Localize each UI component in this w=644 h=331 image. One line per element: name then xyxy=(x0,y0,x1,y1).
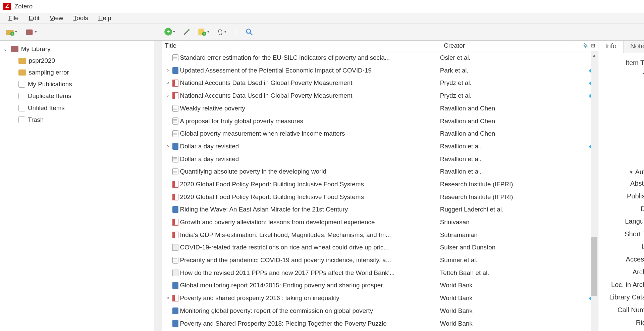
expand-toggle[interactable]: > xyxy=(162,81,171,85)
item-creator: Sumner et al. xyxy=(439,256,584,264)
new-item-button[interactable]: + ▾ xyxy=(164,28,175,36)
tree-item[interactable]: Unfiled Items xyxy=(0,102,162,114)
chevron-down-icon[interactable]: ▾ xyxy=(630,169,633,175)
new-note-button[interactable]: + ▾ xyxy=(198,28,209,36)
expand-toggle[interactable]: > xyxy=(162,144,171,149)
item-creator: Sulser and Dunston xyxy=(439,244,584,251)
item-title: A proposal for truly global poverty meas… xyxy=(180,117,439,125)
item-title: Global poverty measurement when relative… xyxy=(180,130,439,137)
list-item[interactable]: Global poverty measurement when relative… xyxy=(162,127,598,140)
list-item[interactable]: How do the revised 2011 PPPs and new 201… xyxy=(162,267,598,279)
item-type-icon xyxy=(171,206,180,213)
item-title: Quantifying absolute poverty in the deve… xyxy=(180,168,439,175)
list-item[interactable]: > Dollar a day revisited Ravallion et al… xyxy=(162,140,598,153)
item-type-icon xyxy=(171,308,180,314)
menu-help[interactable]: Help xyxy=(94,13,115,22)
library-tree: ⌄ My Library pspr2020sampling errorMy Pu… xyxy=(0,41,162,331)
menu-edit[interactable]: Edit xyxy=(24,13,44,22)
tree-scrollbar[interactable] xyxy=(154,41,162,331)
list-item[interactable]: Dollar a day revisited Ravallion et al. xyxy=(162,153,598,166)
item-list[interactable]: Standard error estimation for the EU-SIL… xyxy=(162,51,598,331)
item-list-scrollbar[interactable]: ▴ ▾ xyxy=(591,51,598,331)
tree-item[interactable]: pspr2020 xyxy=(0,55,162,66)
list-item[interactable]: Quantifying absolute poverty in the deve… xyxy=(162,165,598,178)
list-item[interactable]: > National Accounts Data Used in Global … xyxy=(162,77,598,90)
list-item[interactable]: 2020 Global Food Policy Report: Building… xyxy=(162,191,598,203)
menu-tools[interactable]: Tools xyxy=(69,13,92,22)
sort-asc-icon: ˆ xyxy=(573,43,575,48)
column-creator[interactable]: Creator ˆ xyxy=(441,42,577,49)
list-item[interactable]: Weakly relative poverty Ravallion and Ch… xyxy=(162,102,598,115)
item-type-icon xyxy=(171,295,180,301)
folder-plus-icon: + xyxy=(6,28,14,36)
item-title: Riding the Wave: An East Asian Miracle f… xyxy=(180,206,439,213)
tree-item[interactable]: Duplicate Items xyxy=(0,90,162,102)
item-title: Monitoring global poverty: report of the… xyxy=(180,307,439,315)
item-title: 2020 Global Food Policy Report: Building… xyxy=(180,193,439,201)
list-item[interactable]: Global monitoring report 2014/2015: Endi… xyxy=(162,279,598,292)
item-title: Growth and poverty alleviation: lessons … xyxy=(180,219,439,226)
wand-icon xyxy=(183,28,191,36)
chevron-down-icon: ▾ xyxy=(173,30,175,34)
svg-point-11 xyxy=(246,29,251,33)
advanced-search-button[interactable] xyxy=(246,28,253,36)
menu-file[interactable]: File xyxy=(4,13,23,22)
list-item[interactable]: 2020 Global Food Policy Report: Building… xyxy=(162,178,598,191)
expand-toggle[interactable]: > xyxy=(162,93,171,98)
item-creator: Prydz et al. xyxy=(439,92,584,99)
tree-root[interactable]: ⌄ My Library xyxy=(0,43,162,55)
list-item[interactable]: India's GDP Mis-estimation: Likelihood, … xyxy=(162,229,598,241)
list-item[interactable]: Standard error estimation for the EU-SIL… xyxy=(162,51,598,64)
svg-text:+: + xyxy=(11,32,13,36)
tree-item[interactable]: sampling error xyxy=(0,66,162,78)
tree-item[interactable]: My Publications xyxy=(0,79,162,90)
list-item[interactable]: > Global Economic Prospects, January 201… xyxy=(162,330,598,331)
item-creator: Ravallion et al. xyxy=(439,143,584,150)
list-item[interactable]: > Poverty and shared prosperity 2016 : t… xyxy=(162,292,598,304)
tree-item[interactable]: Trash xyxy=(0,114,162,126)
list-item[interactable]: > National Accounts Data Used in Global … xyxy=(162,89,598,102)
gray-icon xyxy=(18,105,25,111)
new-library-button[interactable]: ▾ xyxy=(25,28,37,36)
tab-info[interactable]: Info xyxy=(598,41,624,53)
list-item[interactable]: COVID-19-related trade restrictions on r… xyxy=(162,241,598,254)
item-title: Global monitoring report 2014/2015: Endi… xyxy=(180,282,439,289)
list-item[interactable]: Riding the Wave: An East Asian Miracle f… xyxy=(162,203,598,216)
main-content: ⌄ My Library pspr2020sampling errorMy Pu… xyxy=(0,41,644,331)
item-type-icon xyxy=(171,168,180,175)
attach-button[interactable]: ▾ xyxy=(217,28,226,36)
item-title: Standard error estimation for the EU-SIL… xyxy=(180,54,439,61)
menu-view[interactable]: View xyxy=(46,13,68,22)
author-label[interactable]: Author xyxy=(635,168,644,176)
item-creator: Ravallion and Chen xyxy=(439,117,584,125)
column-extras[interactable]: 📎 ⊞ xyxy=(577,43,598,49)
expand-icon[interactable]: ⌄ xyxy=(3,46,8,52)
item-creator: Ravallion and Chen xyxy=(439,130,584,137)
column-title[interactable]: Title xyxy=(162,42,441,49)
magic-wand-button[interactable] xyxy=(183,28,191,36)
tab-notes[interactable]: Notes xyxy=(624,41,644,53)
scroll-thumb[interactable] xyxy=(591,237,597,296)
item-type-icon xyxy=(171,270,180,276)
item-creator: Srinivasan xyxy=(439,219,584,226)
list-item[interactable]: A proposal for truly global poverty meas… xyxy=(162,115,598,128)
list-item[interactable]: Poverty and Shared Prosperity 2018: Piec… xyxy=(162,317,598,330)
item-type-icon xyxy=(171,143,180,150)
library-icon xyxy=(11,46,19,52)
item-title: Weakly relative poverty xyxy=(180,105,439,112)
field-label: Call Number xyxy=(604,306,644,314)
list-item[interactable]: Growth and poverty alleviation: lessons … xyxy=(162,216,598,229)
scroll-up-icon[interactable]: ▴ xyxy=(591,51,598,59)
list-item[interactable]: Precarity and the pandemic: COVID-19 and… xyxy=(162,254,598,267)
list-item[interactable]: > Updated Assessment of the Potential Ec… xyxy=(162,64,598,77)
item-type-icon xyxy=(171,194,180,200)
list-item[interactable]: Monitoring global poverty: report of the… xyxy=(162,304,598,317)
field-label: Language xyxy=(604,218,644,225)
item-title: COVID-19-related trade restrictions on r… xyxy=(180,244,439,251)
expand-toggle[interactable]: > xyxy=(162,68,171,73)
expand-toggle[interactable]: > xyxy=(162,296,171,300)
item-creator: World Bank xyxy=(439,307,584,315)
tree-label: Trash xyxy=(28,116,44,124)
tree-label: My Publications xyxy=(28,81,72,88)
new-collection-button[interactable]: + ▾ xyxy=(6,28,17,36)
